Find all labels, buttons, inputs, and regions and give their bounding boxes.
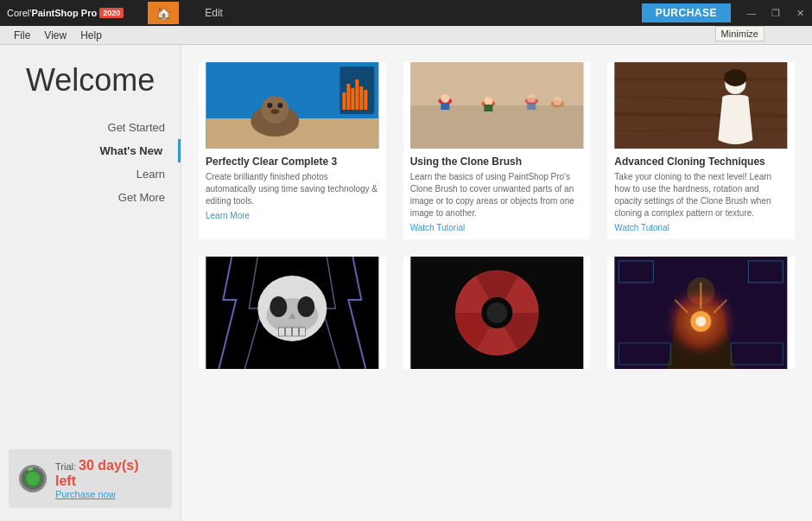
- trial-text: Trial: 30 day(s) left: [55, 458, 162, 489]
- purchase-button[interactable]: PURCHASE: [642, 3, 731, 22]
- restore-button[interactable]: ❐: [764, 0, 788, 26]
- card-desc-3: Take your cloning to the next level! Lea…: [614, 171, 788, 219]
- card-desc-2: Learn the basics of using PaintShop Pro'…: [410, 171, 584, 219]
- card-image-clone-brush: [403, 62, 591, 149]
- card-perfectly-clear[interactable]: Perfectly Clear Complete 3 Create brilli…: [199, 62, 386, 239]
- minimize-tooltip: Minimize: [715, 26, 764, 41]
- svg-rect-6: [355, 79, 358, 110]
- svg-point-24: [527, 94, 536, 103]
- trial-icon: [19, 465, 47, 492]
- card-image-marmot: [199, 62, 386, 149]
- menu-help[interactable]: Help: [73, 26, 109, 44]
- sidebar-nav: Get Started What's New Learn Get More: [0, 116, 181, 209]
- svg-rect-8: [364, 90, 367, 110]
- title-bar: Corel' PaintShop Pro 2020 🏠 Edit PURCHAS…: [0, 0, 812, 26]
- svg-rect-22: [484, 105, 492, 111]
- menu-file[interactable]: File: [7, 26, 37, 44]
- logo-corel-text: Corel': [7, 8, 31, 18]
- svg-rect-3: [342, 92, 346, 110]
- card-image-logo-abstract: [403, 257, 591, 369]
- svg-point-12: [277, 103, 282, 108]
- card-title-1: Perfectly Clear Complete 3: [206, 156, 379, 168]
- card-logo-abstract[interactable]: [403, 257, 591, 369]
- trial-label: Trial:: [55, 461, 79, 472]
- card-woman-light[interactable]: [607, 257, 795, 369]
- card-link-1[interactable]: Learn More: [206, 211, 379, 220]
- menu-bar: File View Help: [0, 26, 812, 45]
- sidebar-item-get-started[interactable]: Get Started: [0, 116, 181, 139]
- app-logo: Corel' PaintShop Pro 2020: [0, 0, 130, 26]
- card-body-3: Advanced Cloning Techniques Take your cl…: [607, 149, 795, 239]
- card-title-3: Advanced Cloning Techniques: [614, 156, 788, 168]
- svg-point-18: [441, 94, 449, 103]
- svg-rect-19: [441, 103, 449, 110]
- svg-rect-42: [285, 327, 291, 336]
- svg-rect-44: [299, 327, 305, 336]
- close-button[interactable]: ✕: [788, 0, 812, 26]
- svg-point-40: [297, 296, 314, 317]
- svg-point-13: [270, 109, 279, 114]
- home-button[interactable]: 🏠: [148, 2, 179, 24]
- trial-info: Trial: 30 day(s) left Purchase now: [55, 458, 162, 499]
- window-controls: — ❐ ✕: [739, 0, 812, 26]
- svg-rect-16: [410, 105, 583, 149]
- logo-psp-text: PaintShop Pro: [31, 8, 97, 18]
- svg-rect-41: [278, 327, 284, 336]
- svg-point-48: [486, 302, 507, 323]
- svg-rect-4: [346, 84, 350, 110]
- card-skull[interactable]: [199, 257, 386, 369]
- edit-button[interactable]: Edit: [179, 2, 249, 24]
- card-title-2: Using the Clone Brush: [410, 156, 584, 168]
- card-desc-1: Create brilliantly finished photos autom…: [206, 171, 379, 207]
- svg-point-35: [725, 69, 747, 86]
- title-bar-nav: 🏠 Edit: [148, 2, 641, 24]
- content-area: Perfectly Clear Complete 3 Create brilli…: [181, 45, 812, 521]
- minimize-button[interactable]: —: [739, 0, 764, 26]
- card-image-advanced-clone: [607, 62, 795, 149]
- svg-rect-43: [292, 327, 298, 336]
- sidebar: Welcome Get Started What's New Learn Get…: [0, 45, 181, 521]
- svg-rect-25: [527, 103, 536, 110]
- sidebar-item-learn[interactable]: Learn: [0, 162, 181, 186]
- svg-point-21: [484, 97, 492, 105]
- sidebar-item-get-more[interactable]: Get More: [0, 186, 181, 209]
- svg-rect-28: [615, 62, 788, 149]
- card-link-3[interactable]: Watch Tutorial: [614, 223, 788, 232]
- card-clone-brush[interactable]: Using the Clone Brush Learn the basics o…: [403, 62, 591, 239]
- svg-point-27: [553, 97, 561, 105]
- cards-grid: Perfectly Clear Complete 3 Create brilli…: [199, 62, 795, 369]
- card-image-woman-light: [607, 257, 795, 369]
- welcome-title: Welcome: [0, 45, 181, 107]
- svg-point-53: [696, 316, 707, 327]
- trial-inner-circle: [24, 470, 41, 487]
- card-body-2: Using the Clone Brush Learn the basics o…: [403, 149, 591, 239]
- card-link-2[interactable]: Watch Tutorial: [410, 223, 584, 232]
- svg-line-32: [615, 114, 788, 116]
- svg-rect-5: [351, 88, 354, 110]
- card-body-1: Perfectly Clear Complete 3 Create brilli…: [199, 149, 386, 227]
- svg-point-39: [270, 296, 287, 317]
- card-advanced-clone[interactable]: Advanced Cloning Techniques Take your cl…: [607, 62, 795, 239]
- svg-rect-7: [359, 86, 363, 110]
- sidebar-item-whats-new[interactable]: What's New: [0, 139, 181, 162]
- menu-view[interactable]: View: [37, 26, 73, 44]
- trial-purchase-link[interactable]: Purchase now: [55, 489, 162, 499]
- purchase-area: PURCHASE: [642, 3, 731, 22]
- logo-year-badge: 2020: [99, 8, 124, 18]
- main-content: Welcome Get Started What's New Learn Get…: [0, 45, 812, 521]
- svg-point-11: [267, 103, 272, 108]
- card-image-skull: [199, 257, 386, 369]
- trial-box: Trial: 30 day(s) left Purchase now: [9, 449, 172, 508]
